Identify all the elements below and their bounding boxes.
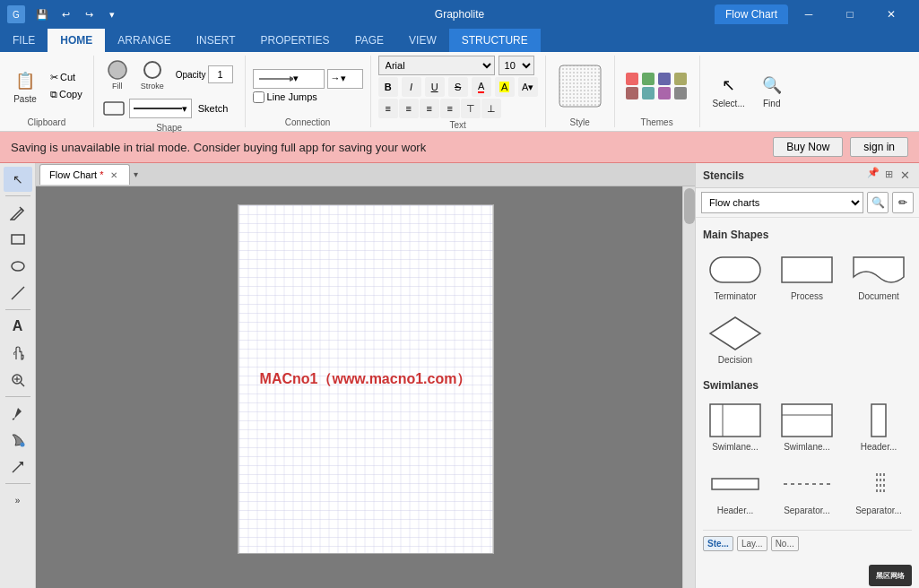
align-center-btn[interactable]: ≡ (399, 99, 419, 118)
stencil-process[interactable]: Process (775, 248, 839, 305)
alert-message: Saving is unavailable in trial mode. Con… (11, 141, 426, 154)
sign-in-button[interactable]: sign in (850, 137, 908, 157)
stencils-search-button[interactable]: 🔍 (867, 192, 889, 213)
tab-insert[interactable]: INSERT (184, 29, 248, 52)
svg-rect-6 (12, 235, 24, 244)
line-style-dropdown[interactable]: ▾ (129, 99, 192, 118)
font-size-select[interactable]: 10 (499, 56, 534, 75)
find-button[interactable]: 🔍 Find (754, 69, 790, 112)
line-type-select[interactable]: ▾ (253, 69, 325, 89)
stencil-document[interactable]: Document (846, 248, 911, 305)
conn-row-1: ▾ →▾ (253, 69, 363, 89)
copy-button[interactable]: ⧉ Copy (47, 87, 86, 102)
tab-page[interactable]: PAGE (342, 29, 396, 52)
svg-rect-16 (710, 257, 760, 282)
theme-1[interactable] (626, 73, 638, 85)
tool-pen[interactable] (4, 401, 32, 426)
strikethrough-button[interactable]: S (448, 77, 468, 97)
tool-ellipse[interactable] (4, 254, 32, 279)
font-family-select[interactable]: Arial (378, 56, 495, 75)
canvas-viewport[interactable]: MACno1（www.macno1.com） (36, 186, 695, 588)
tab-structure[interactable]: STRUCTURE (449, 29, 541, 52)
tool-pointer[interactable]: ↖ (4, 167, 32, 192)
fill-button[interactable]: Fill (101, 56, 134, 93)
stencils-unpin-btn[interactable]: ⊞ (883, 167, 895, 184)
svg-rect-21 (782, 404, 832, 437)
font-color-button[interactable]: A (472, 77, 491, 97)
stencil-decision[interactable]: Decision (703, 312, 767, 368)
align-left-btn[interactable]: ≡ (378, 99, 398, 118)
theme-4[interactable] (674, 73, 687, 85)
tab-arrange[interactable]: ARRANGE (105, 29, 183, 52)
theme-8[interactable] (674, 87, 687, 99)
scrollbar-thumb-v[interactable] (684, 188, 695, 224)
select-button[interactable]: ↖ Select... (707, 69, 750, 112)
stencils-tab-ste[interactable]: Ste... (703, 536, 733, 551)
tab-file[interactable]: FILE (0, 29, 48, 52)
save-quick-btn[interactable]: 💾 (32, 4, 52, 24)
themes-group-label: Themes (641, 116, 673, 127)
canvas-tab-close-btn[interactable]: ✕ (108, 169, 120, 181)
tool-fill[interactable] (4, 428, 32, 453)
undo-quick-btn[interactable]: ↩ (56, 4, 75, 24)
stencil-terminator[interactable]: Terminator (703, 248, 767, 305)
buy-now-button[interactable]: Buy Now (773, 137, 843, 157)
valign-top-btn[interactable]: ⊤ (461, 99, 481, 118)
italic-button[interactable]: I (402, 77, 421, 97)
canvas-scrollbar-vertical[interactable] (682, 186, 695, 588)
theme-2[interactable] (642, 73, 655, 85)
line-jumps-checkbox[interactable] (253, 91, 264, 103)
tool-zoom[interactable] (4, 368, 32, 393)
stencil-header-h[interactable]: Header... (703, 463, 767, 519)
stencils-category-dropdown[interactable]: Flow charts (701, 192, 863, 213)
align-justify-btn[interactable]: ≡ (440, 99, 460, 118)
decision-shape (707, 316, 764, 351)
theme-7[interactable] (658, 87, 671, 99)
text-more-button[interactable]: A▾ (518, 77, 538, 97)
tool-arrow[interactable] (4, 454, 32, 480)
more-quick-btn[interactable]: ▾ (102, 4, 122, 24)
sketch-button[interactable]: Sketch (195, 101, 232, 116)
stencils-tab-no[interactable]: No... (771, 536, 799, 551)
arrow-style-select[interactable]: →▾ (327, 69, 363, 89)
redo-quick-btn[interactable]: ↪ (79, 4, 99, 24)
process-label: Process (791, 291, 823, 301)
stencil-header-v[interactable]: Header... (846, 399, 911, 455)
stencils-close-btn[interactable]: ✕ (898, 167, 912, 184)
canvas-tab-flowchart[interactable]: Flow Chart * ✕ (39, 164, 130, 185)
cut-button[interactable]: ✂ Cut (47, 70, 86, 85)
tool-pencil[interactable] (4, 200, 32, 225)
stencil-swimlane-v[interactable]: Swimlane... (775, 399, 839, 455)
text-highlight-button[interactable]: A (495, 77, 515, 97)
line-jumps-checkbox-label[interactable]: Line Jumps (253, 91, 317, 103)
tool-rectangle[interactable] (4, 227, 32, 252)
stencils-pin-btn[interactable]: 📌 (867, 167, 880, 184)
align-right-btn[interactable]: ≡ (420, 99, 439, 118)
stencil-swimlane-h[interactable]: Swimlane... (703, 399, 767, 455)
theme-5[interactable] (626, 87, 638, 99)
stencil-separator-dash[interactable]: Separator... (846, 463, 911, 519)
tool-line[interactable] (4, 281, 32, 306)
stencils-tab-lay[interactable]: Lay... (737, 536, 767, 551)
minimize-btn[interactable]: ─ (788, 0, 829, 29)
tab-view[interactable]: VIEW (396, 29, 449, 52)
tool-expand[interactable]: » (4, 488, 32, 513)
underline-button[interactable]: U (425, 77, 445, 97)
tool-hand[interactable] (4, 341, 32, 366)
stroke-button[interactable]: Stroke (136, 56, 169, 93)
tool-text[interactable]: A (4, 314, 32, 339)
paste-button[interactable]: 📋 Paste (7, 65, 43, 108)
canvas-tab-dropdown[interactable]: ▾ (134, 169, 138, 179)
valign-mid-btn[interactable]: ⊥ (481, 99, 501, 118)
opacity-input[interactable] (208, 65, 233, 83)
close-btn[interactable]: ✕ (871, 0, 912, 29)
svg-line-8 (12, 287, 24, 299)
stencils-edit-button[interactable]: ✏ (892, 192, 914, 213)
maximize-btn[interactable]: □ (829, 0, 871, 29)
tab-home[interactable]: HOME (48, 29, 105, 52)
stencil-separator-dots[interactable]: Separator... (775, 463, 839, 519)
theme-6[interactable] (642, 87, 655, 99)
bold-button[interactable]: B (378, 77, 398, 97)
theme-3[interactable] (658, 73, 671, 85)
tab-properties[interactable]: PROPERTIES (247, 29, 342, 52)
